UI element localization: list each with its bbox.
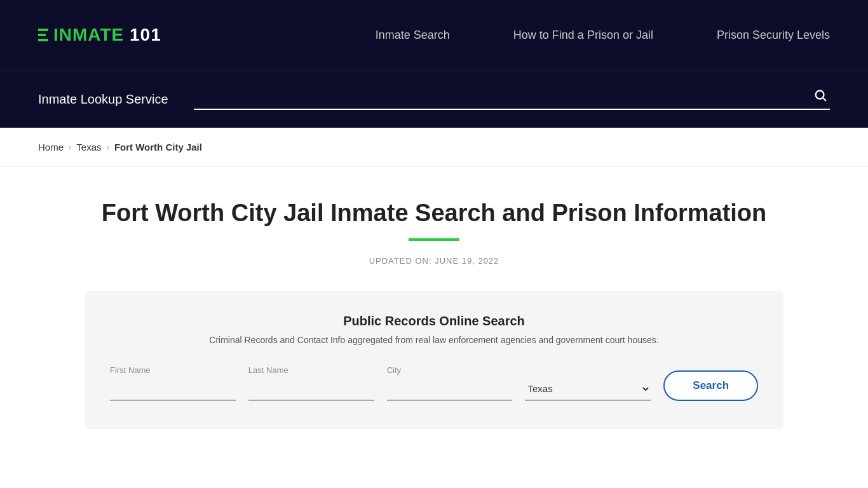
breadcrumb-home[interactable]: Home: [38, 142, 64, 152]
top-navigation: INMATE 101 Inmate Search How to Find a P…: [0, 0, 868, 70]
search-bar-label: Inmate Lookup Service: [38, 92, 168, 107]
page-title: Fort Worth City Jail Inmate Search and P…: [38, 199, 830, 228]
breadcrumb-separator-2: ›: [107, 142, 109, 152]
updated-date: UPDATED ON: JUNE 19, 2022: [38, 256, 830, 266]
logo-link[interactable]: INMATE 101: [38, 25, 161, 45]
title-underline-decoration: [409, 238, 459, 241]
search-records-button[interactable]: Search: [663, 370, 758, 401]
search-submit-button[interactable]: [811, 88, 830, 106]
breadcrumb-current-page: Fort Worth City Jail: [114, 142, 202, 152]
main-content: Fort Worth City Jail Inmate Search and P…: [0, 167, 868, 454]
search-icon: [813, 88, 827, 102]
last-name-input[interactable]: [248, 379, 374, 401]
first-name-input[interactable]: [110, 379, 236, 401]
city-input[interactable]: [387, 379, 513, 401]
nav-how-to-find[interactable]: How to Find a Prison or Jail: [513, 29, 653, 42]
state-select[interactable]: TexasAlabamaAlaskaArizonaArkansasCalifor…: [525, 377, 651, 401]
search-input-wrapper: [194, 88, 830, 110]
nav-inmate-search[interactable]: Inmate Search: [376, 29, 450, 42]
search-bar-section: Inmate Lookup Service: [0, 70, 868, 128]
breadcrumb: Home › Texas › Fort Worth City Jail: [38, 142, 830, 152]
form-box-title: Public Records Online Search: [110, 314, 758, 329]
form-fields: First Name Last Name City TexasAlabamaAl…: [110, 365, 758, 401]
breadcrumb-separator-1: ›: [69, 142, 71, 152]
public-records-search-box: Public Records Online Search Criminal Re…: [85, 291, 783, 429]
first-name-field: First Name: [110, 365, 236, 401]
city-label: City: [387, 365, 513, 375]
nav-security-levels[interactable]: Prison Security Levels: [717, 29, 830, 42]
form-box-description: Criminal Records and Contact Info aggreg…: [110, 335, 758, 345]
city-field: City: [387, 365, 513, 401]
svg-line-1: [823, 98, 825, 100]
logo-text: INMATE 101: [53, 25, 161, 45]
first-name-label: First Name: [110, 365, 236, 375]
logo-bars-icon: [38, 29, 48, 41]
breadcrumb-state[interactable]: Texas: [76, 142, 101, 152]
last-name-label: Last Name: [248, 365, 374, 375]
state-field: TexasAlabamaAlaskaArizonaArkansasCalifor…: [525, 374, 651, 401]
search-input[interactable]: [194, 89, 811, 105]
nav-links: Inmate Search How to Find a Prison or Ja…: [376, 29, 830, 42]
breadcrumb-section: Home › Texas › Fort Worth City Jail: [0, 128, 868, 167]
last-name-field: Last Name: [248, 365, 374, 401]
